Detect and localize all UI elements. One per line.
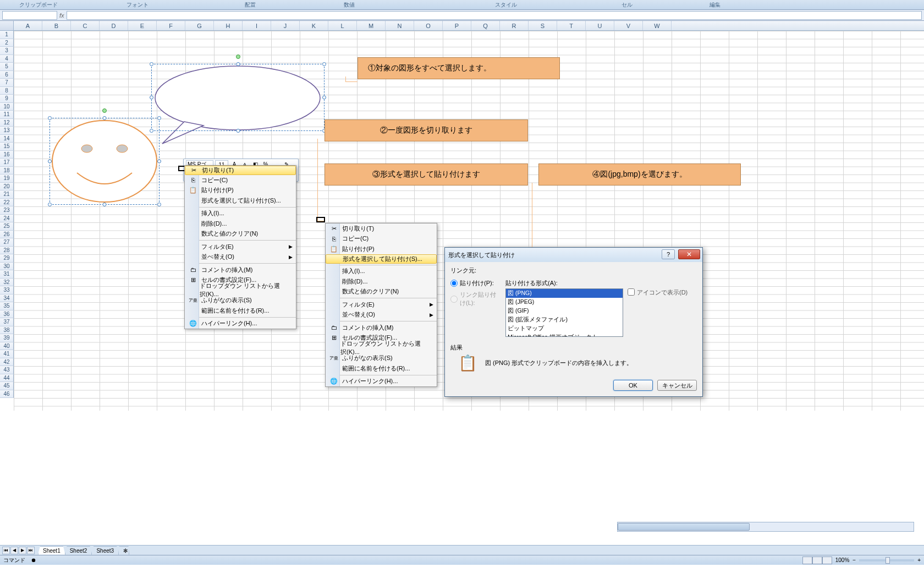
- row-header[interactable]: 21: [0, 190, 14, 199]
- col-header[interactable]: U: [586, 21, 614, 30]
- col-header[interactable]: F: [157, 21, 185, 30]
- resize-handle[interactable]: [48, 116, 52, 120]
- col-header[interactable]: M: [357, 21, 386, 30]
- col-header[interactable]: A: [14, 21, 42, 30]
- col-header[interactable]: Q: [471, 21, 500, 30]
- resize-handle[interactable]: [103, 116, 107, 120]
- row-header[interactable]: 33: [0, 286, 14, 295]
- sheet-tab-1[interactable]: Sheet1: [38, 546, 65, 555]
- ctx-phonetic[interactable]: ア亜ふりがなの表示(S): [185, 296, 296, 306]
- row-header[interactable]: 11: [0, 111, 14, 119]
- row-header[interactable]: 32: [0, 279, 14, 287]
- format-option[interactable]: 図 (拡張メタファイル): [506, 315, 623, 324]
- row-header[interactable]: 6: [0, 71, 14, 79]
- ctx-paste[interactable]: 📋貼り付け(P): [185, 186, 296, 196]
- rotation-handle[interactable]: [236, 54, 240, 59]
- tab-nav[interactable]: ⏮◀▶⏭: [2, 547, 35, 554]
- ctx2-paste[interactable]: 📋貼り付け(P): [326, 244, 437, 254]
- ctx-copy[interactable]: ⎘コピー(C): [185, 175, 296, 186]
- row-header[interactable]: 4: [0, 55, 14, 63]
- resize-handle[interactable]: [150, 129, 153, 133]
- col-header[interactable]: C: [71, 21, 100, 30]
- row-header[interactable]: 40: [0, 342, 14, 351]
- resize-handle[interactable]: [157, 160, 161, 163]
- row-header[interactable]: 31: [0, 270, 14, 279]
- row-header[interactable]: 15: [0, 143, 14, 151]
- ctx-comment[interactable]: 🗀コメントの挿入(M): [185, 265, 296, 275]
- dialog-close-button[interactable]: ✕: [678, 249, 700, 259]
- zoom-out-button[interactable]: −: [853, 557, 856, 563]
- ctx-sort[interactable]: 並べ替え(O)▶: [185, 252, 296, 263]
- col-header[interactable]: H: [214, 21, 243, 30]
- row-header[interactable]: 10: [0, 103, 14, 111]
- row-header[interactable]: 27: [0, 238, 14, 247]
- col-header[interactable]: V: [614, 21, 643, 30]
- ctx-insert[interactable]: 挿入(I)...: [185, 209, 296, 219]
- format-option[interactable]: Microsoft Office 描画オブジェクト: [506, 333, 623, 337]
- row-header[interactable]: 45: [0, 382, 14, 390]
- worksheet-grid[interactable]: 1234567891011121314151617181920212223242…: [0, 31, 924, 411]
- row-header[interactable]: 35: [0, 302, 14, 310]
- row-header[interactable]: 42: [0, 358, 14, 367]
- ctx-hyperlink[interactable]: 🌐ハイパーリンク(H)...: [185, 319, 296, 329]
- ctx-name-range[interactable]: 範囲に名前を付ける(R)...: [185, 306, 296, 316]
- row-header[interactable]: 23: [0, 206, 14, 215]
- resize-handle[interactable]: [236, 129, 240, 133]
- icon-display-check[interactable]: アイコンで表示(D): [628, 288, 688, 337]
- horizontal-scrollbar[interactable]: [617, 522, 914, 532]
- row-header[interactable]: 16: [0, 151, 14, 159]
- resize-handle[interactable]: [236, 62, 240, 66]
- format-option[interactable]: 図 (GIF): [506, 307, 623, 315]
- row-header[interactable]: 46: [0, 390, 14, 399]
- row-header[interactable]: 38: [0, 326, 14, 335]
- dialog-titlebar[interactable]: 形式を選択して貼り付け ? ✕: [445, 248, 702, 262]
- ctx2-insert[interactable]: 挿入(I)...: [326, 266, 437, 277]
- col-header[interactable]: T: [557, 21, 586, 30]
- ctx-filter[interactable]: フィルタ(E)▶: [185, 242, 296, 252]
- ctx-cut[interactable]: ✂切り取り(T): [185, 166, 296, 175]
- ok-button[interactable]: OK: [613, 380, 653, 391]
- row-header[interactable]: 2: [0, 39, 14, 47]
- ctx2-name-range[interactable]: 範囲に名前を付ける(R)...: [326, 363, 437, 374]
- ctx2-filter[interactable]: フィルタ(E)▶: [326, 299, 437, 310]
- ctx2-clear[interactable]: 数式と値のクリア(N): [326, 287, 437, 297]
- row-header[interactable]: 18: [0, 167, 14, 175]
- format-option[interactable]: 図 (PNG): [506, 289, 623, 298]
- view-buttons[interactable]: [802, 557, 832, 564]
- zoom-in-button[interactable]: +: [917, 557, 921, 563]
- sheet-tab-2[interactable]: Sheet2: [65, 546, 92, 555]
- row-header[interactable]: 13: [0, 127, 14, 135]
- row-header[interactable]: 17: [0, 159, 14, 167]
- formula-input[interactable]: [67, 11, 922, 20]
- fx-icon[interactable]: fx: [59, 12, 64, 19]
- col-header[interactable]: S: [529, 21, 557, 30]
- resize-handle[interactable]: [48, 160, 52, 163]
- paste-radio[interactable]: 貼り付け(P):: [450, 279, 500, 287]
- format-listbox[interactable]: 図 (PNG)図 (JPEG)図 (GIF)図 (拡張メタファイル)ビットマップ…: [505, 288, 623, 337]
- cancel-button[interactable]: キャンセル: [657, 380, 697, 391]
- row-header[interactable]: 14: [0, 135, 14, 143]
- resize-handle[interactable]: [103, 203, 107, 206]
- format-option[interactable]: ビットマップ: [506, 324, 623, 333]
- row-header[interactable]: 28: [0, 247, 14, 255]
- dialog-help-button[interactable]: ?: [662, 249, 675, 259]
- resize-handle[interactable]: [322, 62, 326, 66]
- row-header[interactable]: 9: [0, 95, 14, 103]
- col-header[interactable]: N: [386, 21, 414, 30]
- ctx-clear[interactable]: 数式と値のクリア(N): [185, 229, 296, 239]
- ctx-delete[interactable]: 削除(D)...: [185, 219, 296, 229]
- ctx2-hyperlink[interactable]: 🌐ハイパーリンク(H)...: [326, 377, 437, 387]
- col-header[interactable]: I: [243, 21, 271, 30]
- resize-handle[interactable]: [322, 96, 326, 100]
- resize-handle[interactable]: [150, 62, 153, 66]
- row-header[interactable]: 41: [0, 350, 14, 358]
- row-header[interactable]: 20: [0, 183, 14, 191]
- col-header[interactable]: E: [128, 21, 157, 30]
- ctx2-comment[interactable]: 🗀コメントの挿入(M): [326, 323, 437, 333]
- new-sheet-tab[interactable]: ✻: [118, 546, 129, 555]
- row-header[interactable]: 3: [0, 47, 14, 55]
- col-header[interactable]: G: [185, 21, 214, 30]
- row-header[interactable]: 7: [0, 79, 14, 87]
- macro-record-icon[interactable]: ⏺: [31, 557, 36, 563]
- row-header[interactable]: 29: [0, 254, 14, 263]
